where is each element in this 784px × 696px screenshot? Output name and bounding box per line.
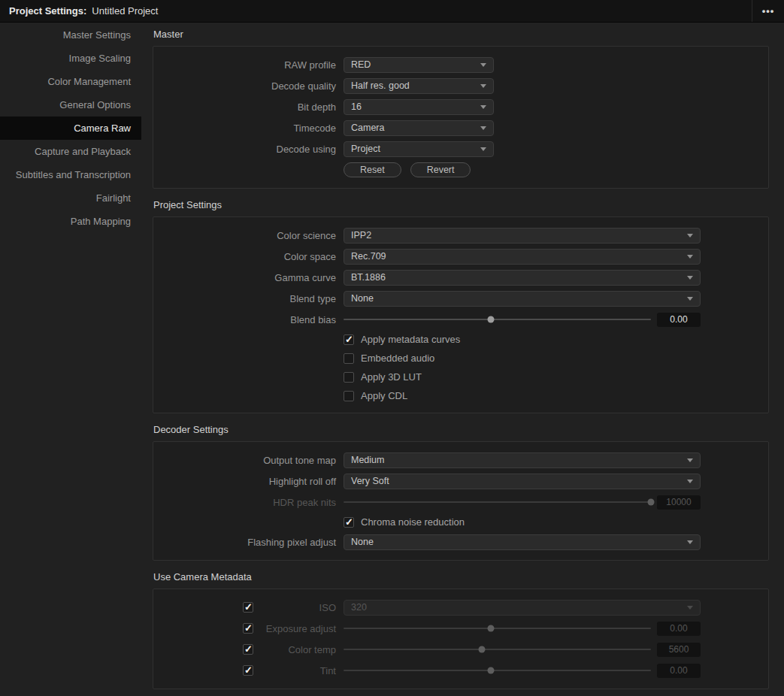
sidebar-item-fairlight[interactable]: Fairlight	[0, 186, 141, 210]
project-settings-blend-bias-label: Blend bias	[290, 314, 336, 325]
use-camera-metadata-exposure-adjust-content-col: 0.00	[344, 622, 768, 636]
chevron-down-icon	[480, 63, 486, 67]
project-settings-color-space-dropdown[interactable]: Rec.709	[344, 249, 701, 265]
master-raw-profile-dropdown[interactable]: RED	[344, 57, 494, 73]
use-camera-metadata-iso-label-col: ISO	[153, 602, 336, 613]
section-title-master: Master	[153, 29, 769, 40]
project-settings-apply-cdl-label: Apply CDL	[361, 390, 407, 401]
use-camera-metadata-color-temp-label: Color temp	[288, 644, 336, 655]
master-buttons-content-col: ResetRevert	[344, 162, 768, 177]
use-camera-metadata-color-temp-slider[interactable]	[344, 649, 651, 650]
slider-track	[344, 501, 651, 503]
use-camera-metadata-tint-enable-checkbox[interactable]	[243, 665, 253, 676]
project-settings-color-space-dropdown-value: Rec.709	[351, 251, 683, 262]
ellipsis-icon: •••	[762, 5, 775, 17]
decoder-settings-chroma-noise-reduction-content-col: Chroma noise reduction	[344, 516, 768, 528]
use-camera-metadata-color-temp-value-field[interactable]: 5600	[657, 643, 701, 657]
slider-track	[344, 319, 651, 320]
project-settings-apply-cdl-checkbox[interactable]	[344, 391, 354, 401]
project-settings-color-science-label-col: Color science	[153, 230, 336, 241]
project-settings-embedded-audio-checkbox[interactable]	[344, 353, 354, 364]
project-settings-blend-bias-row: Blend bias0.00	[153, 309, 768, 330]
use-camera-metadata-iso-dropdown[interactable]: 320	[344, 600, 701, 616]
titlebar: Project Settings: Untitled Project •••	[0, 0, 784, 23]
slider-handle[interactable]	[488, 667, 495, 674]
project-settings-gamma-curve-dropdown[interactable]: BT.1886	[344, 270, 701, 286]
master-decode-using-dropdown[interactable]: Project	[344, 141, 494, 157]
decoder-settings-hdr-peak-nits-label: HDR peak nits	[273, 497, 336, 508]
master-timecode-dropdown[interactable]: Camera	[344, 120, 494, 136]
project-settings-gamma-curve-row: Gamma curveBT.1886	[153, 267, 768, 288]
master-raw-profile-label-col: RAW profile	[153, 59, 336, 71]
slider-handle[interactable]	[488, 625, 495, 632]
use-camera-metadata-color-temp-content-col: 5600	[344, 643, 768, 657]
project-settings-apply-3d-lut-label: Apply 3D LUT	[361, 371, 422, 383]
decoder-settings-hdr-peak-nits-label-col: HDR peak nits	[153, 497, 336, 508]
decoder-settings-hdr-peak-nits-value-field[interactable]: 10000	[657, 495, 701, 510]
decoder-settings-output-tone-map-content-col: Medium	[344, 452, 768, 468]
sidebar-item-image-scaling[interactable]: Image Scaling	[0, 47, 141, 70]
slider-handle[interactable]	[479, 646, 486, 653]
slider-track	[344, 670, 651, 671]
master-decode-quality-dropdown[interactable]: Half res. good	[344, 78, 494, 94]
sidebar-item-path-mapping[interactable]: Path Mapping	[0, 210, 141, 233]
use-camera-metadata-exposure-adjust-enable-checkbox[interactable]	[243, 623, 253, 634]
sidebar-item-general-options[interactable]: General Options	[0, 93, 141, 117]
sidebar-item-subtitles-and-transcription[interactable]: Subtitles and Transcription	[0, 163, 141, 186]
master-bit-depth-content-col: 16	[344, 99, 768, 115]
sidebar-item-color-management[interactable]: Color Management	[0, 70, 141, 93]
use-camera-metadata-exposure-adjust-label-col: Exposure adjust	[153, 623, 336, 634]
options-menu-button[interactable]: •••	[752, 0, 784, 22]
project-settings-blend-bias-slider[interactable]	[344, 319, 651, 320]
group-box-project-settings: Color scienceIPP2Color spaceRec.709Gamma…	[153, 216, 769, 413]
project-settings-color-space-label: Color space	[284, 251, 336, 262]
project-settings-apply-metadata-curves-row: Apply metadata curves	[153, 330, 768, 349]
decoder-settings-highlight-roll-off-row: Highlight roll offVery Soft	[153, 471, 768, 492]
use-camera-metadata-tint-label: Tint	[320, 665, 336, 676]
project-settings-color-science-dropdown[interactable]: IPP2	[344, 228, 701, 244]
reset-button[interactable]: Reset	[344, 162, 401, 177]
use-camera-metadata-iso-enable-checkbox[interactable]	[243, 602, 253, 613]
decoder-settings-flashing-pixel-adjust-dropdown[interactable]: None	[344, 534, 701, 550]
project-settings-color-science-label: Color science	[277, 230, 336, 241]
use-camera-metadata-tint-value-field[interactable]: 0.00	[657, 664, 701, 678]
decoder-settings-output-tone-map-dropdown[interactable]: Medium	[344, 452, 701, 468]
use-camera-metadata-tint-row: Tint0.00	[153, 660, 768, 681]
main-panel: MasterRAW profileREDDecode qualityHalf r…	[141, 23, 784, 696]
project-settings-apply-3d-lut-checkbox[interactable]	[344, 372, 354, 383]
decoder-settings-chroma-noise-reduction-checkbox[interactable]	[344, 517, 354, 528]
decoder-settings-chroma-noise-reduction-row: Chroma noise reduction	[153, 513, 768, 531]
master-decode-using-label-col: Decode using	[153, 144, 336, 155]
decoder-settings-hdr-peak-nits-row: HDR peak nits10000	[153, 492, 768, 513]
decoder-settings-hdr-peak-nits-slider[interactable]	[344, 501, 651, 503]
project-settings-blend-type-label: Blend type	[290, 293, 336, 304]
decoder-settings-highlight-roll-off-content-col: Very Soft	[344, 474, 768, 489]
decoder-settings-highlight-roll-off-dropdown-value: Very Soft	[351, 476, 683, 486]
project-settings-gamma-curve-label-col: Gamma curve	[153, 272, 336, 283]
sidebar-item-capture-and-playback[interactable]: Capture and Playback	[0, 140, 141, 163]
slider-handle[interactable]	[648, 499, 655, 506]
chevron-down-icon	[687, 458, 693, 462]
project-settings-apply-metadata-curves-checkbox[interactable]	[344, 334, 354, 345]
use-camera-metadata-color-temp-enable-checkbox[interactable]	[243, 644, 253, 655]
use-camera-metadata-iso-dropdown-value: 320	[351, 602, 683, 613]
sidebar-item-camera-raw[interactable]: Camera Raw	[0, 117, 141, 140]
decoder-settings-highlight-roll-off-label-col: Highlight roll off	[153, 476, 336, 487]
master-bit-depth-row: Bit depth16	[153, 96, 768, 117]
decoder-settings-highlight-roll-off-dropdown[interactable]: Very Soft	[344, 474, 701, 489]
master-decode-using-dropdown-value: Project	[351, 144, 476, 154]
master-bit-depth-dropdown[interactable]: 16	[344, 99, 494, 115]
revert-button[interactable]: Revert	[410, 162, 471, 177]
project-settings-blend-type-dropdown[interactable]: None	[344, 291, 701, 307]
use-camera-metadata-tint-slider[interactable]	[344, 670, 651, 671]
slider-handle[interactable]	[488, 316, 495, 323]
sidebar-item-master-settings[interactable]: Master Settings	[0, 23, 141, 47]
master-timecode-label-col: Timecode	[153, 123, 336, 134]
use-camera-metadata-exposure-adjust-slider[interactable]	[344, 628, 651, 629]
project-settings-apply-cdl-row: Apply CDL	[153, 386, 768, 405]
project-settings-blend-type-content-col: None	[344, 291, 768, 307]
project-settings-blend-bias-value-field[interactable]: 0.00	[657, 313, 701, 327]
use-camera-metadata-exposure-adjust-value-field[interactable]: 0.00	[657, 622, 701, 636]
chevron-down-icon	[687, 606, 693, 610]
use-camera-metadata-iso-row: ISO320	[153, 597, 768, 618]
